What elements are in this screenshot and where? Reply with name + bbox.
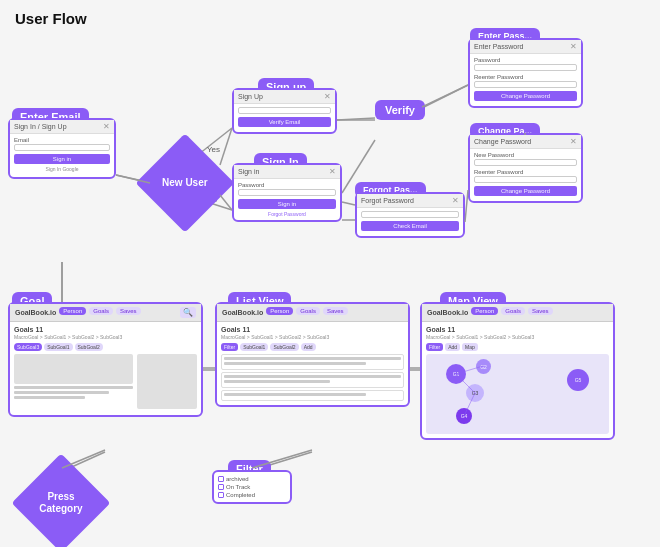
forgot-password-node: Forgot Password ✕ Check Email — [355, 192, 465, 238]
signin-node: Sign in ✕ Password Sign in Forgot Passwo… — [232, 163, 342, 222]
list-item3-text-1 — [224, 393, 366, 396]
enter-email-close-icon[interactable]: ✕ — [103, 122, 110, 131]
goal-search-btn[interactable]: 🔍 — [180, 307, 196, 318]
changepass-reenter-input[interactable] — [474, 176, 577, 183]
signin-close-icon[interactable]: ✕ — [329, 167, 336, 176]
changepass-reenter-label: Reenter Password — [474, 169, 577, 175]
enterpass-mockup-title: Enter Password — [474, 43, 523, 50]
changepass-new-input[interactable] — [474, 159, 577, 166]
signin-mockup-title: Sign in — [238, 168, 259, 175]
email-field-label: Email — [14, 137, 110, 143]
new-user-label: New User — [162, 177, 208, 189]
filter-completed[interactable]: Completed — [218, 492, 286, 498]
enterpass-close-icon[interactable]: ✕ — [570, 42, 577, 51]
listview-nav-person[interactable]: Person — [266, 307, 293, 315]
svg-line-20 — [220, 195, 232, 210]
check-email-button[interactable]: Check Email — [361, 221, 459, 231]
google-signin-btn[interactable]: Sign In Google — [14, 166, 110, 172]
listview-tag-1[interactable]: SubGoal1 — [240, 343, 268, 351]
svg-line-5 — [422, 85, 468, 108]
list-item-text-1 — [224, 357, 401, 360]
goal-nav-saves[interactable]: Saves — [116, 307, 141, 315]
svg-line-14 — [456, 374, 475, 393]
goal-text-2 — [14, 391, 109, 394]
mapview-title: Goals 11 — [426, 326, 609, 333]
svg-line-23 — [422, 85, 468, 107]
forgot-mockup-title: Forgot Password — [361, 197, 414, 204]
goal-filter-2[interactable]: SubGoal2 — [75, 343, 103, 351]
svg-line-19 — [220, 128, 232, 165]
changepass-close-icon[interactable]: ✕ — [570, 137, 577, 146]
enter-email-node: Sign In / Sign Up ✕ Email Sign in Sign I… — [8, 118, 116, 179]
enterpass-password-input[interactable] — [474, 64, 577, 71]
mapview-nav-person[interactable]: Person — [471, 307, 498, 315]
signup-close-icon[interactable]: ✕ — [324, 92, 331, 101]
changepass-submit-button[interactable]: Change Password — [474, 186, 577, 196]
enter-email-mockup-title: Sign In / Sign Up — [14, 123, 67, 130]
enterpass-reenter-input[interactable] — [474, 81, 577, 88]
change-password-button[interactable]: Change Password — [474, 91, 577, 101]
goal-nav-person[interactable]: Person — [59, 307, 86, 315]
list-item — [221, 354, 404, 370]
verify-email-button[interactable]: Verify Email — [238, 117, 331, 127]
svg-line-15 — [464, 393, 475, 416]
email-input[interactable] — [14, 144, 110, 151]
goal-image-placeholder — [14, 354, 133, 384]
forgot-email-input[interactable] — [361, 211, 459, 218]
forgot-password-link[interactable]: Forgot Password — [238, 211, 336, 217]
mapview-filter-btn[interactable]: Filter — [426, 343, 443, 351]
goal-text-1 — [14, 386, 133, 389]
list-item2-text-1 — [224, 375, 401, 378]
changepass-mockup-title: Change Password — [474, 138, 531, 145]
goal-breadcrumb: MacroGoal > SubGoal1 > SubGoal2 > SubGoa… — [14, 334, 197, 340]
enter-password-node: Enter Password ✕ Password Reenter Passwo… — [468, 38, 583, 108]
signin-submit-button[interactable]: Sign in — [238, 199, 336, 209]
goal-text-3 — [14, 396, 85, 399]
verify-tag: Verify — [375, 100, 425, 120]
list-item2-text-2 — [224, 380, 330, 383]
map-view-node: GoalBook.io Person Goals Saves Goals 11 … — [420, 302, 615, 440]
signup-input[interactable] — [238, 107, 331, 114]
mapview-breadcrumb: MacroGoal > SubGoal1 > SubGoal2 > SubGoa… — [426, 334, 609, 340]
change-password-node: Change Password ✕ New Password Reenter P… — [468, 133, 583, 203]
signin-button[interactable]: Sign in — [14, 154, 110, 164]
listview-add-btn[interactable]: Add — [301, 343, 316, 351]
filter-archived[interactable]: archived — [218, 476, 286, 482]
page-title: User Flow — [15, 10, 87, 27]
password-field-label: Password — [238, 182, 336, 188]
listview-filter-btn[interactable]: Filter — [221, 343, 238, 351]
listview-nav-saves[interactable]: Saves — [323, 307, 348, 315]
goal-filter-1[interactable]: SubGoal1 — [44, 343, 72, 351]
mapview-map-btn[interactable]: Map — [462, 343, 478, 351]
filter-checkbox-completed[interactable] — [218, 492, 224, 498]
press-category-diamond: Press Category — [12, 454, 111, 547]
list-item — [221, 372, 404, 388]
listview-tag-2[interactable]: SubGoal2 — [270, 343, 298, 351]
signup-node: Sign Up ✕ Verify Email — [232, 88, 337, 134]
svg-line-21 — [337, 118, 375, 120]
filter-checkbox-archived[interactable] — [218, 476, 224, 482]
filter-ontrack[interactable]: On Track — [218, 484, 286, 490]
mapview-add-btn[interactable]: Add — [445, 343, 460, 351]
filter-checkbox-ontrack[interactable] — [218, 484, 224, 490]
yes-label: Yes — [207, 145, 220, 154]
goal-side-image — [137, 354, 197, 409]
listview-nav-goals[interactable]: Goals — [296, 307, 320, 315]
changepass-new-label: New Password — [474, 152, 577, 158]
goal-filter-active[interactable]: SubGoal3 — [14, 343, 42, 351]
list-item-text-2 — [224, 362, 366, 365]
goal-node: GoalBook.io Person Goals Saves 🔍 Goals 1… — [8, 302, 203, 417]
svg-line-22 — [342, 202, 355, 205]
mapview-nav-saves[interactable]: Saves — [528, 307, 553, 315]
forgot-close-icon[interactable]: ✕ — [452, 196, 459, 205]
signup-mockup-title: Sign Up — [238, 93, 263, 100]
password-input[interactable] — [238, 189, 336, 196]
listview-app-name: GoalBook.io — [222, 309, 263, 316]
listview-title: Goals 11 — [221, 326, 404, 333]
mapview-nav-goals[interactable]: Goals — [501, 307, 525, 315]
listview-breadcrumb: MacroGoal > SubGoal1 > SubGoal2 > SubGoa… — [221, 334, 404, 340]
enterpass-password-label: Password — [474, 57, 577, 63]
goal-nav-goals[interactable]: Goals — [89, 307, 113, 315]
list-view-node: GoalBook.io Person Goals Saves Goals 11 … — [215, 302, 410, 407]
map-lines — [426, 354, 609, 434]
